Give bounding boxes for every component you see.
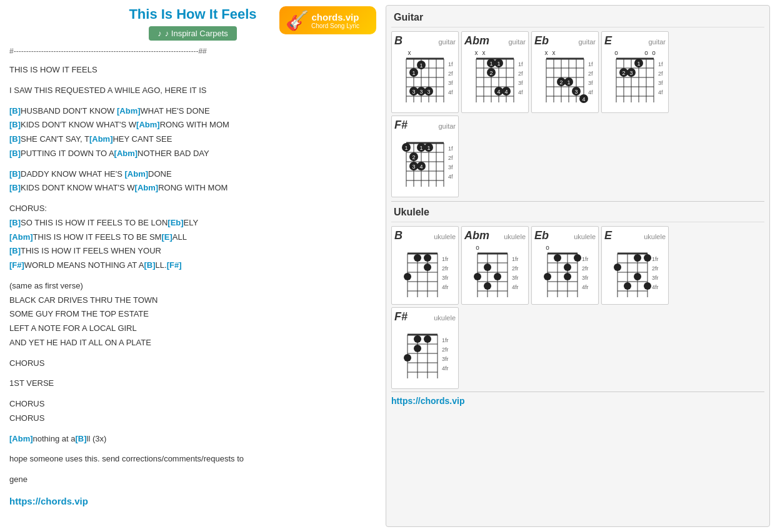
svg-text:x: x	[552, 49, 556, 56]
svg-text:2: 2	[622, 70, 625, 76]
chord-eb-ukulele: Eb ukulele o 1fr	[531, 226, 599, 305]
svg-text:3fr: 3fr	[512, 275, 519, 281]
svg-text:3: 3	[412, 89, 415, 95]
svg-text:2fr: 2fr	[582, 265, 589, 272]
chord-name: B	[394, 34, 402, 47]
svg-text:3fr: 3fr	[588, 80, 593, 86]
chord-diagram-svg: 1fr 2fr 3fr 4fr 1 1 1 2	[397, 132, 453, 194]
website-link-left[interactable]: https://chords.vip	[9, 493, 376, 510]
svg-text:1: 1	[419, 62, 422, 69]
verse1-l2: [B]KIDS DON'T KNOW WHAT'S W[Abm]RONG WIT…	[9, 118, 376, 132]
gene: gene	[9, 473, 376, 487]
chord-fsharp-guitar: F# guitar 1	[391, 116, 459, 197]
logo-guitar-icon: 🎸	[286, 9, 309, 31]
chord-b-guitar: B guitar x	[391, 31, 459, 113]
music-icon: ♪	[158, 29, 162, 38]
svg-text:3fr: 3fr	[652, 275, 659, 281]
artist-badge[interactable]: ♪ ♪ Inspiral Carpets	[149, 26, 237, 41]
panel-website-link[interactable]: https://chords.vip	[391, 396, 464, 406]
chorus-l1: [B]SO THIS IS HOW IT FEELS TO BE LON[Eb]…	[9, 216, 376, 230]
logo-main-text: chords.vip	[311, 12, 359, 22]
svg-text:4fr: 4fr	[442, 284, 449, 290]
chorus-l4: [F#]WORLD MEANS NOTHING AT A[B]LL.[F#]	[9, 259, 376, 273]
svg-text:x: x	[545, 49, 548, 56]
svg-text:3fr: 3fr	[442, 275, 449, 281]
svg-text:4: 4	[582, 96, 585, 102]
chord-name: E	[604, 34, 612, 47]
svg-text:2fr: 2fr	[448, 155, 453, 161]
svg-text:1fr: 1fr	[448, 61, 453, 67]
svg-text:4fr: 4fr	[442, 365, 449, 372]
svg-point-216	[424, 335, 431, 343]
chord-type: guitar	[578, 38, 596, 46]
svg-text:3: 3	[419, 89, 422, 95]
svg-text:1fr: 1fr	[448, 145, 453, 152]
svg-text:o: o	[476, 244, 479, 251]
chorus4: CHORUS	[9, 411, 376, 426]
separator-line: #---------------------------------------…	[9, 47, 376, 56]
svg-text:1: 1	[567, 79, 570, 86]
chord-name: F#	[394, 119, 408, 132]
svg-text:1: 1	[412, 70, 415, 76]
top-bar: This Is How It Feels ♪ ♪ Inspiral Carpet…	[9, 6, 376, 41]
verse2-l1: [B]DADDY KNOW WHAT HE'S [Abm]DONE	[9, 167, 376, 182]
same-as: (same as first verse)	[9, 279, 376, 293]
svg-point-163	[484, 282, 491, 290]
ukulele-chords-row2: F# ukulele 1fr 2fr	[391, 307, 764, 389]
svg-text:1fr: 1fr	[588, 61, 593, 67]
svg-point-201	[644, 282, 651, 290]
svg-text:o: o	[652, 49, 656, 56]
line-i-saw: I SAW THIS REQUESTED A WHILE AGO, HERE I…	[9, 84, 376, 98]
svg-text:1: 1	[489, 61, 492, 67]
svg-text:4fr: 4fr	[658, 89, 663, 96]
svg-text:1fr: 1fr	[512, 256, 519, 262]
credits: hope someone uses this. send corrections…	[9, 452, 376, 466]
verse2-l2: [B]KIDS DONT KNOW WHAT'S W[Abm]RONG WITH…	[9, 181, 376, 195]
svg-point-162	[494, 273, 501, 280]
svg-text:3fr: 3fr	[442, 356, 449, 362]
chord-fsharp-ukulele: F# ukulele 1fr 2fr	[391, 307, 459, 389]
svg-text:3fr: 3fr	[582, 275, 589, 281]
svg-text:1fr: 1fr	[518, 61, 523, 67]
svg-point-218	[404, 354, 411, 362]
chords-vip-logo[interactable]: 🎸 chords.vip Chord Song Lyric	[279, 6, 376, 34]
svg-text:o: o	[546, 244, 549, 251]
svg-text:4: 4	[504, 89, 508, 95]
svg-point-199	[634, 273, 641, 280]
chord-name: Eb	[534, 34, 549, 47]
verse3-l4: AND YET HE HAD IT ALL ON A PLATE	[9, 336, 376, 350]
svg-text:2fr: 2fr	[652, 265, 659, 272]
chord-diagram-svg: x x 1fr 2fr	[537, 47, 593, 110]
svg-text:4: 4	[419, 164, 422, 170]
svg-text:2fr: 2fr	[512, 265, 519, 272]
chorus-l2: [Abm]THIS IS HOW IT FEELS TO BE SM[E]ALL	[9, 230, 376, 245]
svg-text:4fr: 4fr	[652, 284, 659, 290]
svg-text:3fr: 3fr	[448, 80, 453, 86]
chord-abm-guitar: Abm guitar x x	[461, 31, 529, 113]
svg-text:x: x	[475, 49, 478, 56]
svg-text:3fr: 3fr	[658, 80, 663, 86]
svg-text:4fr: 4fr	[448, 174, 453, 180]
svg-text:2fr: 2fr	[658, 71, 663, 77]
svg-text:2fr: 2fr	[442, 265, 449, 272]
guitar-chords-row1: B guitar x	[391, 31, 764, 113]
svg-point-198	[614, 264, 621, 271]
chorus3: CHORUS	[9, 397, 376, 411]
svg-point-197	[644, 254, 651, 262]
svg-text:4fr: 4fr	[448, 89, 453, 96]
ukulele-chords-row1: B ukulele 1fr 2fr	[391, 226, 764, 305]
chord-panel: Guitar B guitar x	[386, 5, 770, 527]
chord-e-guitar: E guitar o o o	[601, 31, 669, 113]
svg-point-144	[424, 264, 431, 271]
outro-chord: [Abm]nothing at a[B]ll (3x)	[9, 432, 376, 446]
chorus2: CHORUS	[9, 357, 376, 371]
verse1-l3: [B]SHE CAN'T SAY, T[Abm]HEY CANT SEE	[9, 132, 376, 147]
main-content: This Is How It Feels ♪ ♪ Inspiral Carpet…	[0, 0, 386, 532]
chorus-l3: [B]THIS IS HOW IT FEELS WHEN YOUR	[9, 244, 376, 259]
svg-text:x: x	[408, 49, 411, 56]
svg-text:3: 3	[427, 89, 430, 95]
svg-point-217	[414, 345, 421, 352]
guitar-chords-row2: F# guitar 1	[391, 116, 764, 197]
svg-point-142	[414, 254, 421, 262]
svg-text:1fr: 1fr	[582, 256, 589, 262]
